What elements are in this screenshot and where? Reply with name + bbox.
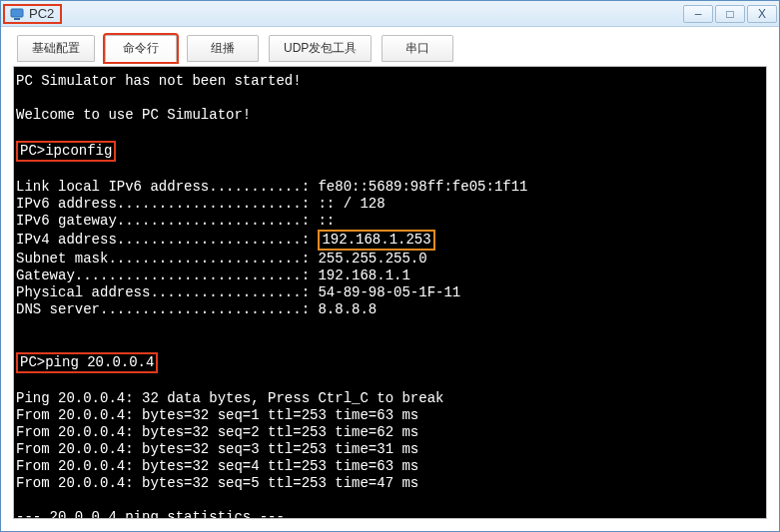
- window-title: PC2: [29, 6, 54, 21]
- ping-reply-1: From 20.0.0.4: bytes=32 seq=1 ttl=253 ti…: [16, 407, 418, 423]
- svg-rect-0: [11, 9, 23, 17]
- prompt-ping: PC>ping 20.0.0.4: [16, 352, 158, 373]
- app-window: PC2 – □ X 基础配置 命令行 组播 UDP发包工具 串口 PC Simu…: [0, 0, 780, 532]
- maximize-button[interactable]: □: [715, 5, 745, 23]
- tab-serial[interactable]: 串口: [382, 35, 453, 62]
- prompt-ipconfig: PC>ipconfig: [16, 141, 116, 162]
- ipconfig-dns: DNS server........................: 8.8.…: [16, 301, 377, 317]
- minimize-button[interactable]: –: [683, 5, 713, 23]
- ipconfig-ipv4-label: IPv4 address......................:: [16, 232, 318, 248]
- tab-bar: 基础配置 命令行 组播 UDP发包工具 串口: [1, 27, 779, 62]
- ipconfig-ipv6gw: IPv6 gateway......................: ::: [16, 213, 335, 229]
- tab-udp-tool[interactable]: UDP发包工具: [269, 35, 372, 62]
- ipconfig-ipv6addr: IPv6 address......................: :: /…: [16, 196, 386, 212]
- ipconfig-gateway: Gateway...........................: 192.…: [16, 267, 410, 283]
- ping-reply-3: From 20.0.0.4: bytes=32 seq=3 ttl=253 ti…: [16, 441, 418, 457]
- line-welcome: Welcome to use PC Simulator!: [16, 107, 251, 123]
- tab-commandline[interactable]: 命令行: [105, 35, 177, 62]
- ipconfig-linklocal: Link local IPv6 address...........: fe80…: [16, 179, 527, 195]
- ipconfig-ipv4-value: 192.168.1.253: [318, 230, 434, 251]
- close-button[interactable]: X: [747, 5, 777, 23]
- ping-header: Ping 20.0.0.4: 32 data bytes, Press Ctrl…: [16, 390, 443, 406]
- line-not-started: PC Simulator has not been started!: [16, 73, 302, 89]
- ping-reply-2: From 20.0.0.4: bytes=32 seq=2 ttl=253 ti…: [16, 424, 418, 440]
- svg-rect-1: [14, 18, 20, 20]
- ping-stats: --- 20.0.0.4 ping statistics ---: [16, 509, 285, 519]
- ping-reply-4: From 20.0.0.4: bytes=32 seq=4 ttl=253 ti…: [16, 458, 418, 474]
- ipconfig-physical: Physical address..................: 54-8…: [16, 284, 460, 300]
- tab-multicast[interactable]: 组播: [187, 35, 259, 62]
- window-buttons: – □ X: [681, 5, 777, 23]
- titlebar: PC2 – □ X: [1, 1, 779, 27]
- ping-reply-5: From 20.0.0.4: bytes=32 seq=5 ttl=253 ti…: [16, 475, 418, 491]
- terminal-container: PC Simulator has not been started! Welco…: [13, 66, 767, 519]
- terminal-output[interactable]: PC Simulator has not been started! Welco…: [14, 67, 766, 519]
- title-highlight: PC2: [3, 4, 62, 24]
- app-icon: [9, 6, 25, 22]
- ipconfig-subnet: Subnet mask.......................: 255.…: [16, 251, 427, 266]
- tab-basic-config[interactable]: 基础配置: [17, 35, 95, 62]
